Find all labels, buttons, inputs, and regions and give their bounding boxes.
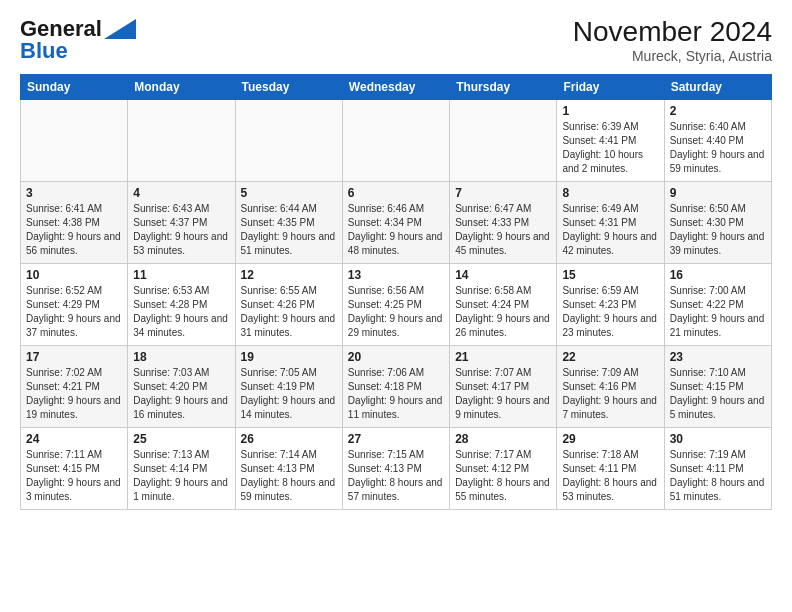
day-number: 28 <box>455 432 551 446</box>
day-info: Sunrise: 6:50 AMSunset: 4:30 PMDaylight:… <box>670 202 766 258</box>
calendar-cell: 11Sunrise: 6:53 AMSunset: 4:28 PMDayligh… <box>128 264 235 346</box>
day-number: 17 <box>26 350 122 364</box>
day-number: 13 <box>348 268 444 282</box>
day-number: 27 <box>348 432 444 446</box>
day-number: 21 <box>455 350 551 364</box>
location: Mureck, Styria, Austria <box>573 48 772 64</box>
day-number: 14 <box>455 268 551 282</box>
month-title: November 2024 <box>573 16 772 48</box>
calendar-header-row: Sunday Monday Tuesday Wednesday Thursday… <box>21 75 772 100</box>
day-number: 5 <box>241 186 337 200</box>
day-info: Sunrise: 7:14 AMSunset: 4:13 PMDaylight:… <box>241 448 337 504</box>
day-info: Sunrise: 7:09 AMSunset: 4:16 PMDaylight:… <box>562 366 658 422</box>
calendar-cell: 13Sunrise: 6:56 AMSunset: 4:25 PMDayligh… <box>342 264 449 346</box>
title-block: November 2024 Mureck, Styria, Austria <box>573 16 772 64</box>
day-info: Sunrise: 6:52 AMSunset: 4:29 PMDaylight:… <box>26 284 122 340</box>
calendar-cell: 28Sunrise: 7:17 AMSunset: 4:12 PMDayligh… <box>450 428 557 510</box>
day-info: Sunrise: 6:59 AMSunset: 4:23 PMDaylight:… <box>562 284 658 340</box>
logo-blue: Blue <box>20 38 68 64</box>
calendar-cell: 10Sunrise: 6:52 AMSunset: 4:29 PMDayligh… <box>21 264 128 346</box>
day-info: Sunrise: 7:02 AMSunset: 4:21 PMDaylight:… <box>26 366 122 422</box>
day-info: Sunrise: 7:10 AMSunset: 4:15 PMDaylight:… <box>670 366 766 422</box>
logo: General Blue <box>20 16 136 64</box>
calendar-cell: 7Sunrise: 6:47 AMSunset: 4:33 PMDaylight… <box>450 182 557 264</box>
day-number: 16 <box>670 268 766 282</box>
calendar-week-1: 3Sunrise: 6:41 AMSunset: 4:38 PMDaylight… <box>21 182 772 264</box>
calendar-cell: 5Sunrise: 6:44 AMSunset: 4:35 PMDaylight… <box>235 182 342 264</box>
calendar-cell: 3Sunrise: 6:41 AMSunset: 4:38 PMDaylight… <box>21 182 128 264</box>
day-number: 4 <box>133 186 229 200</box>
day-number: 23 <box>670 350 766 364</box>
day-number: 15 <box>562 268 658 282</box>
calendar-cell <box>128 100 235 182</box>
calendar-cell <box>450 100 557 182</box>
col-tuesday: Tuesday <box>235 75 342 100</box>
day-number: 26 <box>241 432 337 446</box>
col-monday: Monday <box>128 75 235 100</box>
calendar-cell <box>342 100 449 182</box>
day-info: Sunrise: 6:40 AMSunset: 4:40 PMDaylight:… <box>670 120 766 176</box>
day-number: 10 <box>26 268 122 282</box>
calendar-cell: 1Sunrise: 6:39 AMSunset: 4:41 PMDaylight… <box>557 100 664 182</box>
day-info: Sunrise: 6:56 AMSunset: 4:25 PMDaylight:… <box>348 284 444 340</box>
day-info: Sunrise: 7:17 AMSunset: 4:12 PMDaylight:… <box>455 448 551 504</box>
day-number: 6 <box>348 186 444 200</box>
day-number: 19 <box>241 350 337 364</box>
calendar-cell <box>235 100 342 182</box>
calendar-cell: 8Sunrise: 6:49 AMSunset: 4:31 PMDaylight… <box>557 182 664 264</box>
calendar-cell: 20Sunrise: 7:06 AMSunset: 4:18 PMDayligh… <box>342 346 449 428</box>
calendar-week-0: 1Sunrise: 6:39 AMSunset: 4:41 PMDaylight… <box>21 100 772 182</box>
calendar-cell: 18Sunrise: 7:03 AMSunset: 4:20 PMDayligh… <box>128 346 235 428</box>
day-number: 7 <box>455 186 551 200</box>
day-number: 3 <box>26 186 122 200</box>
day-info: Sunrise: 6:39 AMSunset: 4:41 PMDaylight:… <box>562 120 658 176</box>
day-number: 9 <box>670 186 766 200</box>
calendar-cell: 9Sunrise: 6:50 AMSunset: 4:30 PMDaylight… <box>664 182 771 264</box>
day-info: Sunrise: 7:05 AMSunset: 4:19 PMDaylight:… <box>241 366 337 422</box>
col-friday: Friday <box>557 75 664 100</box>
calendar-cell: 26Sunrise: 7:14 AMSunset: 4:13 PMDayligh… <box>235 428 342 510</box>
calendar-cell: 2Sunrise: 6:40 AMSunset: 4:40 PMDaylight… <box>664 100 771 182</box>
page: General Blue November 2024 Mureck, Styri… <box>0 0 792 612</box>
calendar-week-3: 17Sunrise: 7:02 AMSunset: 4:21 PMDayligh… <box>21 346 772 428</box>
day-info: Sunrise: 7:11 AMSunset: 4:15 PMDaylight:… <box>26 448 122 504</box>
day-number: 20 <box>348 350 444 364</box>
day-number: 25 <box>133 432 229 446</box>
calendar-cell: 16Sunrise: 7:00 AMSunset: 4:22 PMDayligh… <box>664 264 771 346</box>
day-info: Sunrise: 7:18 AMSunset: 4:11 PMDaylight:… <box>562 448 658 504</box>
day-info: Sunrise: 6:49 AMSunset: 4:31 PMDaylight:… <box>562 202 658 258</box>
calendar-cell: 19Sunrise: 7:05 AMSunset: 4:19 PMDayligh… <box>235 346 342 428</box>
calendar-cell: 6Sunrise: 6:46 AMSunset: 4:34 PMDaylight… <box>342 182 449 264</box>
day-info: Sunrise: 7:13 AMSunset: 4:14 PMDaylight:… <box>133 448 229 504</box>
calendar-cell: 12Sunrise: 6:55 AMSunset: 4:26 PMDayligh… <box>235 264 342 346</box>
logo-icon <box>104 19 136 39</box>
day-number: 2 <box>670 104 766 118</box>
col-thursday: Thursday <box>450 75 557 100</box>
calendar-cell: 22Sunrise: 7:09 AMSunset: 4:16 PMDayligh… <box>557 346 664 428</box>
day-info: Sunrise: 6:47 AMSunset: 4:33 PMDaylight:… <box>455 202 551 258</box>
day-number: 18 <box>133 350 229 364</box>
day-info: Sunrise: 6:46 AMSunset: 4:34 PMDaylight:… <box>348 202 444 258</box>
calendar-cell: 15Sunrise: 6:59 AMSunset: 4:23 PMDayligh… <box>557 264 664 346</box>
calendar-week-2: 10Sunrise: 6:52 AMSunset: 4:29 PMDayligh… <box>21 264 772 346</box>
col-wednesday: Wednesday <box>342 75 449 100</box>
day-number: 24 <box>26 432 122 446</box>
day-info: Sunrise: 6:53 AMSunset: 4:28 PMDaylight:… <box>133 284 229 340</box>
calendar-week-4: 24Sunrise: 7:11 AMSunset: 4:15 PMDayligh… <box>21 428 772 510</box>
header: General Blue November 2024 Mureck, Styri… <box>20 16 772 64</box>
day-info: Sunrise: 7:15 AMSunset: 4:13 PMDaylight:… <box>348 448 444 504</box>
day-number: 29 <box>562 432 658 446</box>
day-info: Sunrise: 7:03 AMSunset: 4:20 PMDaylight:… <box>133 366 229 422</box>
svg-marker-0 <box>104 19 136 39</box>
day-info: Sunrise: 6:43 AMSunset: 4:37 PMDaylight:… <box>133 202 229 258</box>
calendar-cell: 24Sunrise: 7:11 AMSunset: 4:15 PMDayligh… <box>21 428 128 510</box>
day-number: 11 <box>133 268 229 282</box>
calendar-cell: 27Sunrise: 7:15 AMSunset: 4:13 PMDayligh… <box>342 428 449 510</box>
day-info: Sunrise: 6:44 AMSunset: 4:35 PMDaylight:… <box>241 202 337 258</box>
day-info: Sunrise: 6:41 AMSunset: 4:38 PMDaylight:… <box>26 202 122 258</box>
day-info: Sunrise: 6:55 AMSunset: 4:26 PMDaylight:… <box>241 284 337 340</box>
calendar: Sunday Monday Tuesday Wednesday Thursday… <box>20 74 772 510</box>
day-number: 12 <box>241 268 337 282</box>
calendar-cell: 14Sunrise: 6:58 AMSunset: 4:24 PMDayligh… <box>450 264 557 346</box>
calendar-cell: 29Sunrise: 7:18 AMSunset: 4:11 PMDayligh… <box>557 428 664 510</box>
